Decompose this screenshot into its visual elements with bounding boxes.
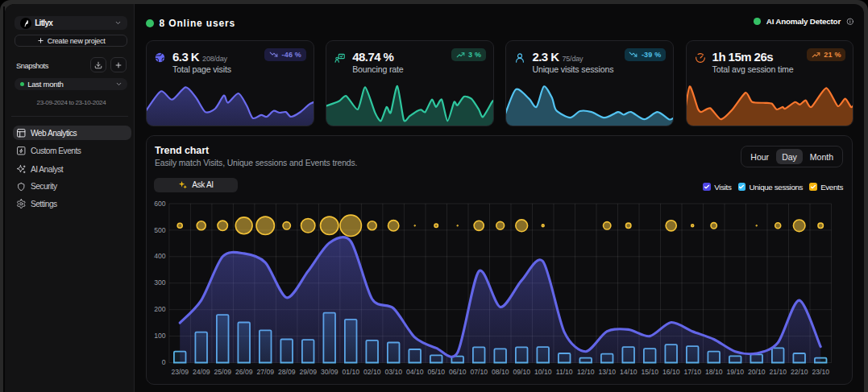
svg-text:25/09: 25/09	[214, 368, 231, 376]
svg-text:27/09: 27/09	[256, 368, 274, 376]
svg-text:600: 600	[154, 200, 166, 208]
svg-text:09/10: 09/10	[513, 368, 530, 376]
svg-text:03/10: 03/10	[384, 368, 402, 376]
svg-text:15/10: 15/10	[641, 368, 658, 376]
svg-text:20/10: 20/10	[748, 368, 766, 376]
svg-text:13/10: 13/10	[598, 368, 616, 376]
svg-text:23/10: 23/10	[812, 368, 829, 376]
svg-text:14/10: 14/10	[620, 368, 638, 376]
svg-text:19/10: 19/10	[726, 368, 744, 376]
svg-text:26/09: 26/09	[235, 368, 253, 376]
svg-text:12/10: 12/10	[577, 368, 595, 376]
svg-text:0: 0	[162, 358, 166, 366]
svg-text:07/10: 07/10	[470, 368, 488, 376]
svg-text:21/10: 21/10	[769, 368, 787, 376]
svg-text:05/10: 05/10	[427, 368, 445, 376]
svg-text:300: 300	[154, 279, 166, 287]
svg-text:29/09: 29/09	[299, 368, 317, 376]
svg-text:24/09: 24/09	[193, 368, 210, 376]
svg-text:04/10: 04/10	[406, 368, 424, 376]
svg-text:10/10: 10/10	[534, 368, 552, 376]
svg-text:400: 400	[154, 252, 166, 260]
svg-text:08/10: 08/10	[492, 368, 509, 376]
svg-text:18/10: 18/10	[705, 368, 723, 376]
svg-text:30/09: 30/09	[321, 368, 338, 376]
svg-text:200: 200	[154, 305, 166, 313]
svg-text:23/09: 23/09	[171, 368, 189, 376]
svg-text:02/10: 02/10	[363, 368, 381, 376]
svg-text:22/10: 22/10	[791, 368, 808, 376]
svg-text:16/10: 16/10	[662, 368, 680, 376]
svg-text:500: 500	[154, 226, 166, 234]
svg-text:28/09: 28/09	[278, 368, 296, 376]
svg-text:06/10: 06/10	[449, 368, 467, 376]
svg-text:11/10: 11/10	[556, 368, 573, 376]
svg-text:17/10: 17/10	[683, 368, 701, 376]
svg-text:01/10: 01/10	[342, 368, 359, 376]
svg-text:100: 100	[154, 332, 166, 340]
